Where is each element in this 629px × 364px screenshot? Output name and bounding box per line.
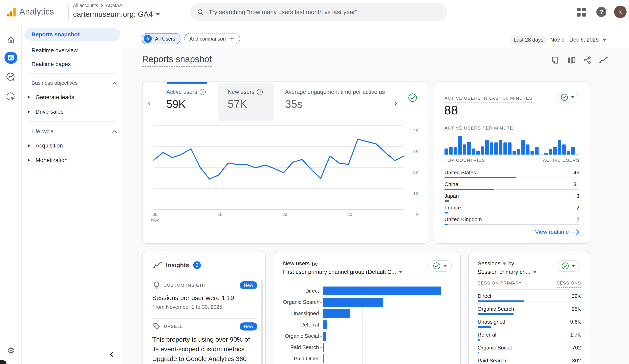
- country-name: Japan: [445, 193, 459, 199]
- minute-bar: [485, 140, 489, 155]
- insights-scrollbar[interactable]: [261, 280, 263, 364]
- session-value: 32K: [572, 293, 581, 299]
- realtime-card: ACTIVE USERS IN LAST 30 MINUTES 88 ACTIV…: [434, 82, 590, 244]
- view-realtime-link[interactable]: View realtime: [535, 229, 579, 235]
- share-icon[interactable]: [583, 56, 592, 65]
- insights-count-badge: 3: [193, 261, 201, 269]
- minute-bar: [562, 144, 566, 155]
- sidebar-item-reports-snapshot[interactable]: Reports snapshot: [24, 28, 120, 41]
- explore-icon[interactable]: [5, 71, 17, 83]
- search-input[interactable]: [209, 9, 440, 15]
- advertising-icon[interactable]: [5, 91, 17, 103]
- dimension-selector[interactable]: First user primary channel group (Defaul…: [283, 269, 403, 275]
- sidebar-section-business-objectives[interactable]: Business objectives: [31, 80, 117, 86]
- insight-category: CUSTOM INSIGHT: [163, 283, 236, 288]
- country-value: 3: [577, 193, 579, 199]
- minute-bar: [544, 153, 548, 155]
- minute-bar: [526, 144, 529, 155]
- minute-bar: [540, 154, 543, 155]
- dimension-selector[interactable]: Session primary ch...: [477, 269, 537, 275]
- x-axis-tick: 09: [149, 212, 161, 217]
- channel-bar-row: Paid Other: [283, 353, 457, 364]
- bar-fill: [477, 313, 514, 315]
- insight-title[interactable]: Sessions per user were 1.19: [152, 294, 234, 302]
- session-channel-name: Unassigned: [477, 319, 505, 325]
- minute-bar: [567, 151, 570, 155]
- insight-item-header: CUSTOM INSIGHT New: [153, 281, 257, 289]
- minute-bar: [463, 144, 466, 155]
- collapse-sidebar-icon[interactable]: [107, 350, 117, 359]
- reports-icon[interactable]: [4, 52, 17, 64]
- breadcrumb[interactable]: All accounts ACMAA: [73, 3, 122, 8]
- add-comparison-button[interactable]: Add comparison: [184, 33, 240, 44]
- channel-label: Paid Search: [283, 344, 319, 351]
- insight-title[interactable]: This property is using over 90% of its e…: [152, 335, 258, 364]
- breadcrumb-all-accounts[interactable]: All accounts: [73, 3, 98, 8]
- google-apps-grid-icon[interactable]: [577, 8, 586, 16]
- bar-fill: [477, 339, 480, 341]
- category-tick: [320, 325, 322, 325]
- new-badge: New: [240, 281, 257, 289]
- top-app-bar: Analytics All accounts ACMAA cartermuseu…: [0, 0, 629, 24]
- sidebar-item-realtime-overview[interactable]: Realtime overview: [31, 47, 78, 54]
- chart-options-pill[interactable]: [428, 260, 452, 272]
- insights-sparkline-icon[interactable]: [599, 56, 608, 65]
- x-axis-tick: 16: [214, 212, 226, 217]
- channel-label: Direct: [283, 288, 319, 294]
- home-icon[interactable]: [5, 34, 17, 46]
- overview-metrics-card: ‹ Active users? 59K New users? 57K Avera…: [142, 82, 428, 244]
- chart-options-pill[interactable]: [557, 260, 580, 272]
- chevron-up-icon: [112, 130, 117, 133]
- bar-fill: [477, 326, 491, 328]
- channel-label: Unassigned: [283, 310, 319, 317]
- channel-bar-row: Referral: [283, 319, 457, 331]
- dropdown-caret-icon: [533, 271, 537, 273]
- active-users-trend-chart: [143, 82, 428, 244]
- sidebar-item-realtime-pages[interactable]: Realtime pages: [31, 61, 71, 67]
- sidebar-item-monetization[interactable]: Monetization: [28, 157, 68, 163]
- bar-track: [477, 340, 581, 340]
- session-value: 1.7K: [570, 332, 581, 338]
- analytics-logo-icon[interactable]: [6, 6, 17, 18]
- date-dropdown-caret-icon: [603, 39, 606, 41]
- date-range-picker[interactable]: Last 28 days Nov 9 - Dec 6, 2025: [511, 35, 606, 44]
- avatar[interactable]: K: [614, 6, 627, 18]
- add-note-icon[interactable]: [551, 56, 560, 65]
- minute-bar: [499, 140, 502, 155]
- report-nav-sidebar: Reports snapshot Realtime overview Realt…: [22, 24, 122, 364]
- minute-bar: [503, 142, 507, 155]
- category-tick: [320, 314, 322, 314]
- property-name: cartermuseum.org: GA4: [73, 10, 153, 18]
- session-channel-name: Direct: [477, 293, 491, 299]
- dropdown-caret-icon: [399, 271, 403, 273]
- active-users-30min-value: 88: [444, 103, 458, 117]
- channel-bar: [323, 320, 327, 329]
- realtime-options-pill[interactable]: [556, 92, 579, 103]
- category-tick: [320, 336, 322, 337]
- breadcrumb-account[interactable]: ACMAA: [106, 3, 122, 8]
- sidebar-item-acquisition[interactable]: Acquisition: [28, 142, 63, 149]
- sidebar-divider: [27, 73, 117, 74]
- country-row: United Kingdom 2: [445, 214, 579, 226]
- minute-bar: [449, 147, 452, 155]
- search-bar[interactable]: [190, 3, 447, 21]
- countries-table-header: TOP COUNTRIES ACTIVE USERS: [445, 158, 579, 165]
- minute-bar: [571, 147, 575, 155]
- bar-fill: [445, 189, 494, 190]
- sidebar-item-generate-leads[interactable]: Generate leads: [28, 94, 74, 101]
- session-value: 9.6K: [570, 319, 581, 325]
- check-circle-icon: [433, 262, 441, 270]
- help-icon[interactable]: ?: [596, 7, 606, 17]
- admin-gear-icon[interactable]: ⚙: [5, 345, 17, 357]
- property-selector[interactable]: cartermuseum.org: GA4: [73, 10, 160, 18]
- sidebar-item-drive-sales[interactable]: Drive sales: [28, 109, 63, 115]
- sidebar-section-life-cycle[interactable]: Life cycle: [31, 128, 117, 134]
- insights-divider: [152, 363, 257, 363]
- all-users-segment-chip[interactable]: A All Users: [142, 33, 180, 44]
- country-row: United States 46: [445, 167, 579, 179]
- metric-column-header[interactable]: SESSIONS: [557, 280, 581, 288]
- comparison-ab-icon[interactable]: [567, 56, 576, 65]
- expand-triangle-icon: [28, 110, 30, 114]
- country-name: China: [445, 181, 458, 187]
- channel-label: Referral: [283, 322, 319, 328]
